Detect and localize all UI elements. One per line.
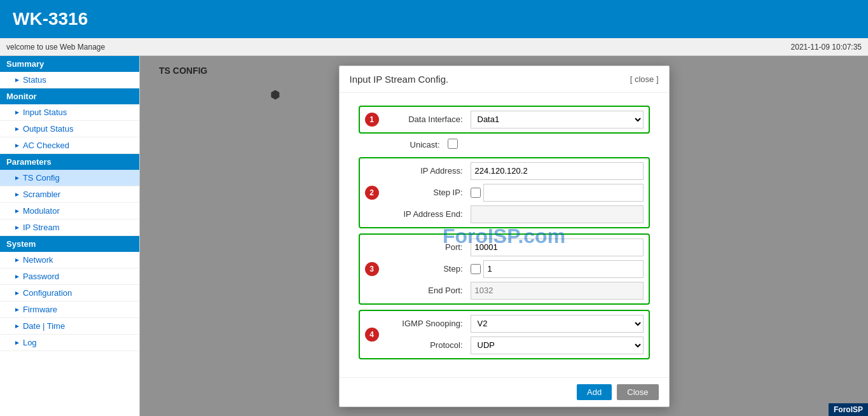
close-button[interactable]: Close	[617, 384, 658, 400]
step-ip-label: Step IP:	[382, 188, 471, 197]
arrow-icon: ►	[14, 322, 20, 329]
unicast-checkbox[interactable]	[448, 139, 458, 149]
sidebar-item-status[interactable]: ► Status	[0, 72, 139, 88]
row-data-interface: Data Interface: Data1 Data2 Management	[382, 111, 644, 128]
modal-title: Input IP Stream Config.	[350, 74, 449, 85]
sidebar-label-ts-config: TS Config	[23, 173, 60, 183]
step-ip-checkbox[interactable]	[471, 188, 481, 198]
port-label: Port:	[382, 242, 471, 252]
sidebar-item-ts-config[interactable]: ► TS Config	[0, 170, 139, 186]
app-header: WK-3316	[0, 0, 868, 38]
arrow-icon: ►	[14, 207, 20, 214]
arrow-icon: ►	[14, 289, 20, 296]
row-ip-address: IP Address:	[382, 162, 644, 180]
sidebar-section-summary: Summary	[0, 56, 139, 72]
app-title: WK-3316	[13, 9, 88, 29]
step-checkbox[interactable]	[471, 264, 481, 274]
sidebar-label-output-status: Output Status	[23, 124, 74, 134]
step-label: Step:	[382, 264, 471, 274]
badge-1: 1	[365, 113, 379, 127]
step-control	[471, 260, 644, 278]
data-interface-select[interactable]: Data1 Data2 Management	[471, 111, 644, 128]
igmp-snooping-select[interactable]: V2 V3 Disabled	[471, 315, 644, 333]
step-input[interactable]	[483, 260, 644, 278]
protocol-control: UDP TCP RTP	[471, 336, 644, 354]
sidebar-label-input-status: Input Status	[23, 107, 67, 117]
sidebar-label-password: Password	[23, 272, 59, 281]
sidebar-label-ip-stream: IP Stream	[23, 223, 60, 232]
content-area: TS CONFIG ⬢ Input IP Stream Config. [ cl…	[140, 56, 868, 416]
sidebar-item-ac-checked[interactable]: ► AC Checked	[0, 137, 139, 154]
arrow-icon: ►	[14, 273, 20, 280]
modal-body: 1 Data Interface: Data1 Data2 Management	[340, 93, 669, 377]
ip-group-rows: IP Address: Step IP:	[382, 162, 644, 223]
igmp-group-rows: IGMP Snooping: V2 V3 Disabled	[382, 315, 644, 354]
arrow-icon: ►	[14, 109, 20, 116]
step-ip-control	[471, 184, 644, 202]
igmp-snooping-label: IGMP Snooping:	[382, 319, 471, 328]
end-port-input[interactable]	[471, 282, 644, 300]
row-igmp-snooping: IGMP Snooping: V2 V3 Disabled	[382, 315, 644, 333]
brand-badge: ForoISP	[829, 403, 868, 416]
group-igmp-protocol: 4 IGMP Snooping: V2 V3 Disabled	[359, 310, 650, 359]
welcome-text: velcome to use Web Manage	[6, 43, 105, 52]
sidebar-label-firmware: Firmware	[23, 305, 57, 314]
badge-row-2: 2 IP Address: Step IP:	[365, 162, 644, 223]
sidebar-item-scrambler[interactable]: ► Scrambler	[0, 186, 139, 203]
sidebar-item-firmware[interactable]: ► Firmware	[0, 302, 139, 318]
data-interface-control: Data1 Data2 Management	[471, 111, 644, 128]
modal-header: Input IP Stream Config. [ close ]	[340, 66, 669, 93]
group-data-interface: 1 Data Interface: Data1 Data2 Management	[359, 106, 650, 134]
ip-address-control	[471, 162, 644, 180]
data-interface-label: Data Interface:	[382, 114, 471, 124]
row-step: Step:	[382, 260, 644, 278]
sidebar-item-password[interactable]: ► Password	[0, 268, 139, 285]
sidebar-item-input-status[interactable]: ► Input Status	[0, 104, 139, 121]
group-ip-address: 2 IP Address: Step IP:	[359, 157, 650, 228]
add-button[interactable]: Add	[577, 384, 612, 400]
badge-4: 4	[365, 328, 379, 342]
sidebar: Summary ► Status Monitor ► Input Status …	[0, 56, 140, 416]
unicast-control	[448, 139, 650, 151]
row-unicast: Unicast:	[359, 139, 650, 151]
ip-address-input[interactable]	[471, 162, 644, 180]
sidebar-label-modulator: Modulator	[23, 206, 60, 216]
sidebar-label-ac-checked: AC Checked	[23, 141, 69, 150]
sidebar-section-parameters: Parameters	[0, 154, 139, 170]
sidebar-item-ip-stream[interactable]: ► IP Stream	[0, 219, 139, 236]
port-control	[471, 239, 644, 256]
arrow-icon: ►	[14, 76, 20, 83]
ip-address-end-input[interactable]	[471, 205, 644, 223]
row-end-port: End Port:	[382, 282, 644, 300]
sidebar-item-network[interactable]: ► Network	[0, 252, 139, 268]
unicast-label: Unicast:	[359, 140, 448, 149]
sub-header: velcome to use Web Manage 2021-11-09 10:…	[0, 38, 868, 56]
sidebar-label-configuration: Configuration	[23, 288, 72, 298]
modal-close-text[interactable]: [ close ]	[630, 74, 659, 84]
sidebar-label-datetime: Date | Time	[23, 321, 65, 331]
sidebar-section-monitor: Monitor	[0, 88, 139, 104]
sidebar-item-output-status[interactable]: ► Output Status	[0, 121, 139, 137]
sidebar-label-log: Log	[23, 338, 37, 347]
protocol-select[interactable]: UDP TCP RTP	[471, 336, 644, 354]
sidebar-section-system: System	[0, 236, 139, 252]
arrow-icon: ►	[14, 224, 20, 231]
sidebar-item-datetime[interactable]: ► Date | Time	[0, 318, 139, 335]
arrow-icon: ►	[14, 142, 20, 149]
main-layout: Summary ► Status Monitor ► Input Status …	[0, 56, 868, 416]
sidebar-item-log[interactable]: ► Log	[0, 335, 139, 351]
sidebar-item-modulator[interactable]: ► Modulator	[0, 203, 139, 219]
arrow-icon: ►	[14, 174, 20, 181]
port-input[interactable]	[471, 239, 644, 256]
arrow-icon: ►	[14, 256, 20, 263]
row-ip-address-end: IP Address End:	[382, 205, 644, 223]
step-ip-input[interactable]	[483, 184, 644, 202]
modal-overlay: Input IP Stream Config. [ close ] 1 Data…	[140, 56, 868, 416]
arrow-icon: ►	[14, 339, 20, 346]
ip-address-end-control	[471, 205, 644, 223]
protocol-label: Protocol:	[382, 340, 471, 350]
end-port-control	[471, 282, 644, 300]
row-port: Port:	[382, 239, 644, 256]
arrow-icon: ►	[14, 306, 20, 313]
sidebar-item-configuration[interactable]: ► Configuration	[0, 285, 139, 302]
